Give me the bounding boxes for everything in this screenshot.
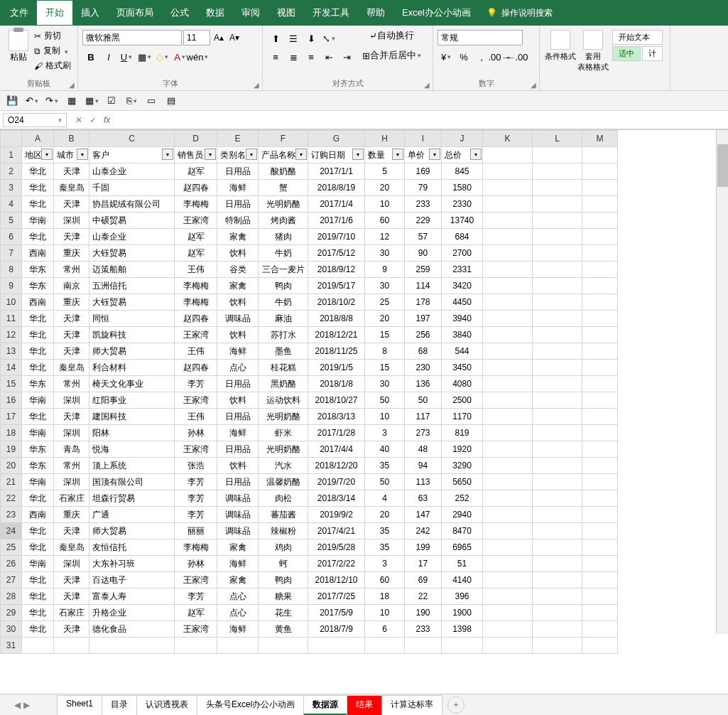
cell[interactable] xyxy=(582,474,618,490)
row-header-1[interactable]: 1 xyxy=(1,147,22,163)
cell[interactable]: 2019/9/2 xyxy=(308,507,365,523)
cell[interactable] xyxy=(483,229,533,245)
cell[interactable] xyxy=(582,327,618,343)
cut-button[interactable]: ✂剪切 xyxy=(34,28,71,43)
orientation-button[interactable]: ⤡ xyxy=(320,30,337,47)
cell[interactable]: 华北 xyxy=(22,409,54,425)
cell[interactable] xyxy=(582,572,618,588)
cell[interactable]: 华东 xyxy=(22,441,54,458)
cell[interactable]: 深圳 xyxy=(54,474,89,490)
cell[interactable] xyxy=(582,343,618,360)
cell[interactable]: 李梅梅 xyxy=(175,278,217,294)
align-left-button[interactable]: ≡ xyxy=(267,48,284,65)
cell[interactable]: 利合材料 xyxy=(89,360,175,376)
cell[interactable]: 845 xyxy=(442,163,483,180)
cell[interactable]: 石家庄 xyxy=(54,605,89,621)
menu-layout[interactable]: 页面布局 xyxy=(108,1,162,25)
format-painter-button[interactable]: 🖌格式刷 xyxy=(34,58,71,73)
cell[interactable]: 199 xyxy=(405,539,442,556)
enter-formula-icon[interactable]: ✓ xyxy=(89,115,97,125)
cell[interactable]: 10 xyxy=(365,409,405,425)
cell[interactable]: 2018/10/27 xyxy=(308,392,365,409)
cell[interactable] xyxy=(483,392,533,409)
cell[interactable]: 2017/5/9 xyxy=(308,605,365,621)
cell[interactable] xyxy=(533,507,582,523)
row-header-20[interactable]: 20 xyxy=(1,458,22,474)
save-button[interactable]: 💾 xyxy=(4,93,20,109)
cell[interactable] xyxy=(483,278,533,294)
filter-button[interactable]: ▾ xyxy=(41,149,53,160)
cell[interactable]: 147 xyxy=(405,507,442,523)
cell[interactable]: 丽丽 xyxy=(175,523,217,539)
cell[interactable]: 2017/1/28 xyxy=(308,425,365,441)
cell[interactable]: 王伟 xyxy=(175,262,217,278)
filter-button[interactable]: ▾ xyxy=(77,149,88,160)
menu-file[interactable]: 文件 xyxy=(1,1,37,25)
cell[interactable]: 青岛 xyxy=(54,441,89,458)
cell[interactable]: 华南 xyxy=(22,474,54,490)
cell[interactable] xyxy=(308,638,365,654)
row-header-28[interactable]: 28 xyxy=(1,588,22,605)
font-size-input[interactable] xyxy=(183,30,210,45)
style-ok[interactable]: 适中 xyxy=(612,46,641,61)
cell[interactable]: 调味品 xyxy=(217,490,259,507)
cell[interactable]: 西南 xyxy=(22,507,54,523)
cell[interactable]: 136 xyxy=(405,376,442,392)
cell[interactable]: 王家湾 xyxy=(175,213,217,229)
cell[interactable]: 日用品 xyxy=(217,376,259,392)
row-header-29[interactable]: 29 xyxy=(1,605,22,621)
tell-me-search[interactable]: 💡 操作说明搜索 xyxy=(487,7,553,19)
cell[interactable]: 259 xyxy=(405,262,442,278)
cell[interactable]: 2019/1/5 xyxy=(308,360,365,376)
cell[interactable]: 张浩 xyxy=(175,458,217,474)
cell[interactable]: 鸭肉 xyxy=(259,278,308,294)
row-header-9[interactable]: 9 xyxy=(1,278,22,294)
cell[interactable]: 华北 xyxy=(22,163,54,180)
cell[interactable]: 114 xyxy=(405,278,442,294)
cell[interactable]: 3940 xyxy=(442,311,483,327)
cell[interactable] xyxy=(533,539,582,556)
cell[interactable] xyxy=(483,147,533,163)
cell[interactable]: 王伟 xyxy=(175,409,217,425)
cell[interactable] xyxy=(533,163,582,180)
cell[interactable]: 孙林 xyxy=(175,556,217,572)
table-header-cell[interactable]: 销售员▾ xyxy=(175,147,217,163)
font-dialog-launcher[interactable]: ◢ xyxy=(254,81,259,89)
cell[interactable]: 坦森行贸易 xyxy=(89,490,175,507)
cell[interactable]: 57 xyxy=(405,229,442,245)
paste-button[interactable]: 粘贴 xyxy=(4,27,33,63)
cell[interactable] xyxy=(442,638,483,654)
cell[interactable]: 10 xyxy=(365,605,405,621)
cell[interactable]: 35 xyxy=(365,539,405,556)
scrollbar-thumb[interactable] xyxy=(717,144,728,187)
cell[interactable] xyxy=(533,425,582,441)
cell[interactable] xyxy=(582,213,618,229)
cell[interactable]: 猪肉 xyxy=(259,229,308,245)
cell[interactable]: 重庆 xyxy=(54,245,89,262)
cell[interactable]: 8470 xyxy=(442,523,483,539)
cell[interactable]: 赵军 xyxy=(175,605,217,621)
cell[interactable] xyxy=(533,523,582,539)
align-center-button[interactable]: ≣ xyxy=(285,48,302,65)
sheet-tab[interactable]: 结果 xyxy=(347,695,382,715)
cell[interactable]: 18 xyxy=(365,588,405,605)
underline-button[interactable]: U xyxy=(118,48,135,65)
row-header-26[interactable]: 26 xyxy=(1,556,22,572)
cell[interactable]: 赵四春 xyxy=(175,180,217,196)
cell[interactable]: 30 xyxy=(365,376,405,392)
cell[interactable] xyxy=(582,147,618,163)
cell[interactable]: 50 xyxy=(365,474,405,490)
cell[interactable]: 深圳 xyxy=(54,392,89,409)
qat-btn-4[interactable]: ⎘ xyxy=(124,93,139,109)
cell[interactable] xyxy=(533,441,582,458)
cell[interactable]: 德化食品 xyxy=(89,621,175,638)
cell[interactable]: 197 xyxy=(405,311,442,327)
cell[interactable]: 天津 xyxy=(54,621,89,638)
cell[interactable]: 2018/9/12 xyxy=(308,262,365,278)
cell[interactable] xyxy=(533,638,582,654)
cell[interactable]: 2017/1/1 xyxy=(308,163,365,180)
cell[interactable]: 重庆 xyxy=(54,294,89,311)
cell[interactable] xyxy=(582,409,618,425)
sheet-tab[interactable]: 头条号Excel办公小动画 xyxy=(197,695,304,715)
row-header-12[interactable]: 12 xyxy=(1,327,22,343)
